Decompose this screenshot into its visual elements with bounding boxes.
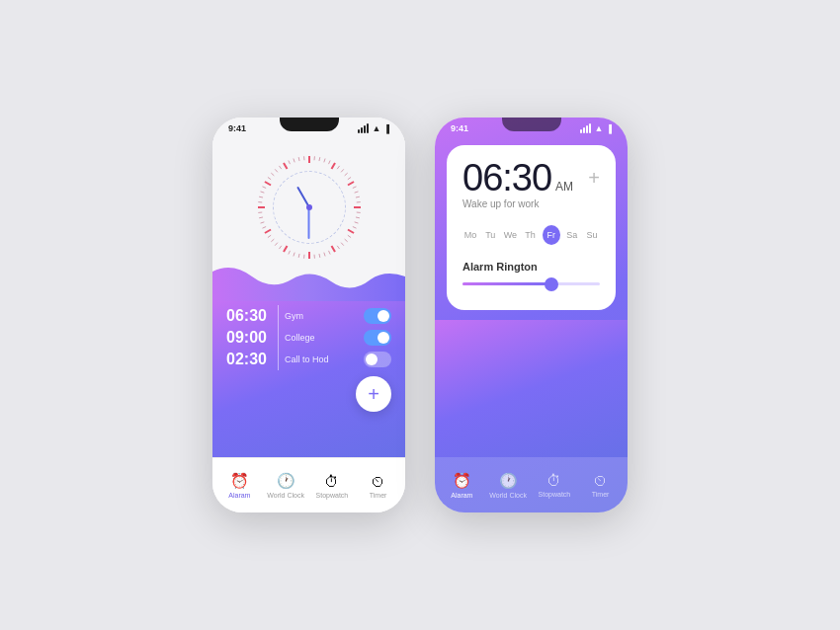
svg-line-9	[347, 177, 350, 179]
slider-track[interactable]	[462, 282, 600, 285]
svg-line-50	[264, 182, 270, 186]
battery-icon-2: ▐	[606, 124, 612, 133]
day-item[interactable]: Su	[584, 230, 600, 240]
wifi-icon: ▲	[372, 123, 380, 133]
slider-thumb[interactable]	[545, 277, 558, 291]
clock-center	[306, 204, 312, 210]
days-row: MoTuWeThFrSaSu	[462, 225, 600, 245]
alarm-toggle[interactable]	[364, 352, 391, 367]
svg-line-37	[275, 243, 278, 246]
tab-bar-2: ⏰ Alaram 🕐 World Clock ⏱ Stopwatch ⏲ Tim…	[435, 457, 628, 512]
worldclock-tab-icon-1: 🕐	[277, 472, 295, 490]
svg-line-57	[293, 159, 294, 163]
ringtone-label: Alarm Rington	[462, 261, 600, 273]
minute-hand	[308, 207, 310, 239]
alarm-toggle[interactable]	[364, 308, 391, 324]
svg-line-13	[355, 197, 359, 197]
svg-line-7	[341, 169, 344, 172]
alarm-card-header: 06:30 AM +	[462, 159, 600, 197]
stopwatch-tab-label-1: Stopwatch	[316, 492, 349, 499]
svg-line-34	[288, 251, 290, 255]
alarm-detail-time: 06:30	[462, 159, 551, 197]
status-bar-2: 9:41 ▲ ▐	[435, 118, 628, 135]
svg-line-23	[341, 243, 344, 246]
svg-line-54	[279, 166, 281, 169]
add-alarm-button[interactable]: +	[356, 376, 391, 412]
svg-line-28	[318, 254, 319, 258]
battery-icon: ▐	[383, 124, 389, 133]
alarm-item-time: 02:30	[226, 351, 272, 368]
alarm-item: 09:00 College	[226, 327, 391, 349]
phone-2: 9:41 ▲ ▐ 06:30 AM + Wake up for work MoT…	[435, 118, 628, 512]
svg-line-48	[260, 192, 264, 193]
svg-line-17	[355, 217, 359, 218]
signal-icon-2	[580, 123, 591, 133]
status-icons-2: ▲ ▐	[580, 123, 612, 133]
alarm-tab-label-2: Alaram	[451, 492, 472, 499]
tab-worldclock-2[interactable]: 🕐 World Clock	[485, 472, 532, 499]
notch-2	[502, 118, 561, 131]
day-item[interactable]: Sa	[564, 230, 580, 240]
svg-line-24	[337, 246, 339, 249]
svg-line-2	[318, 157, 319, 161]
tab-bar-1: ⏰ Alaram 🕐 World Clock ⏱ Stopwatch ⏲ Tim…	[212, 457, 405, 512]
content-area-1: // rendered in JS below	[212, 135, 405, 457]
timer-tab-icon-1: ⏲	[371, 473, 385, 490]
svg-line-20	[347, 230, 353, 234]
svg-line-33	[293, 253, 294, 257]
alarm-tab-icon-2: ⏰	[453, 472, 471, 490]
notch	[280, 118, 339, 131]
wave-separator	[212, 262, 405, 301]
tab-timer-2[interactable]: ⏲ Timer	[577, 472, 624, 498]
svg-line-21	[347, 235, 350, 237]
alarm-item: 02:30 Call to Hod	[226, 349, 391, 370]
alarm-detail-card: 06:30 AM + Wake up for work MoTuWeThFrSa…	[447, 145, 616, 310]
svg-line-49	[262, 187, 266, 189]
tab-stopwatch-1[interactable]: ⏱ Stopwatch	[309, 473, 356, 499]
alarm-tab-icon-1: ⏰	[230, 472, 249, 490]
slider-fill	[462, 282, 551, 285]
day-item[interactable]: Tu	[482, 230, 498, 240]
alarm-toggle[interactable]	[364, 330, 391, 346]
svg-line-26	[328, 251, 330, 255]
stopwatch-tab-label-2: Stopwatch	[539, 491, 571, 498]
status-time-2: 9:41	[451, 123, 468, 133]
svg-line-18	[354, 222, 358, 223]
svg-line-47	[259, 197, 263, 197]
day-item[interactable]: We	[502, 230, 518, 240]
svg-line-36	[279, 246, 281, 249]
svg-line-12	[354, 192, 358, 193]
day-item[interactable]: Mo	[462, 230, 478, 240]
svg-line-27	[323, 253, 324, 257]
status-icons-1: ▲ ▐	[358, 123, 389, 133]
day-item[interactable]: Th	[523, 230, 539, 240]
tab-alarm-2[interactable]: ⏰ Alaram	[439, 472, 485, 499]
worldclock-tab-label-2: World Clock	[489, 492, 527, 499]
alarm-item-label: College	[285, 333, 358, 343]
alarm-divider	[278, 305, 279, 327]
svg-line-56	[288, 160, 290, 164]
tab-alarm-1[interactable]: ⏰ Alaram	[216, 472, 263, 499]
tab-stopwatch-2[interactable]: ⏱ Stopwatch	[532, 472, 578, 498]
svg-line-10	[347, 182, 353, 186]
alarm-plus-button[interactable]: +	[588, 167, 600, 190]
tab-worldclock-1[interactable]: 🕐 World Clock	[263, 472, 309, 499]
svg-line-40	[264, 230, 270, 234]
svg-line-22	[344, 239, 347, 242]
tab-timer-1[interactable]: ⏲ Timer	[355, 473, 401, 499]
wifi-icon-2: ▲	[594, 123, 603, 133]
signal-icon	[358, 123, 369, 133]
svg-line-32	[298, 254, 299, 258]
alarm-divider	[278, 327, 279, 349]
alarm-item-label: Call to Hod	[285, 354, 358, 364]
timer-tab-icon-2: ⏲	[593, 472, 608, 489]
svg-line-3	[323, 159, 324, 163]
stopwatch-tab-icon-1: ⏱	[324, 473, 339, 490]
svg-line-8	[344, 173, 347, 176]
day-item[interactable]: Fr	[543, 225, 560, 245]
analog-clock: // rendered in JS below	[255, 153, 364, 262]
alarm-detail-ampm: AM	[555, 180, 573, 194]
worldclock-tab-label-1: World Clock	[267, 492, 304, 499]
svg-line-55	[284, 163, 288, 169]
svg-line-19	[352, 227, 356, 229]
